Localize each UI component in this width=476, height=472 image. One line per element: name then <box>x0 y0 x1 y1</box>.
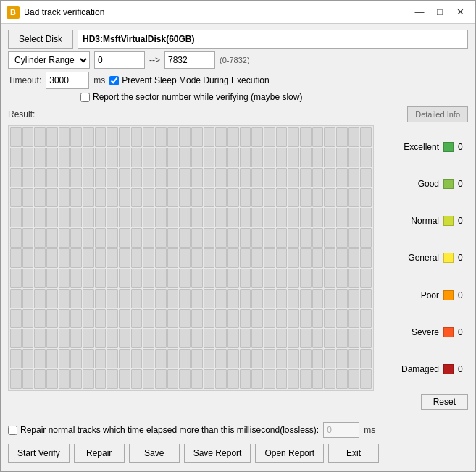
legend-count: 0 <box>458 253 468 263</box>
grid-cell <box>300 148 312 167</box>
grid-cell <box>324 289 335 308</box>
grid-cell <box>288 369 299 389</box>
grid-cell <box>312 309 324 329</box>
legend-name: Severe <box>412 327 439 337</box>
prevent-sleep-checkbox[interactable] <box>109 76 119 85</box>
grid-cell <box>324 329 335 348</box>
grid-cell <box>288 349 299 368</box>
grid-cell <box>276 309 288 329</box>
repair-checkbox-label[interactable]: Repair normal tracks which time elapsed … <box>8 425 319 435</box>
grid-cell <box>240 148 251 167</box>
cylinder-from-input[interactable] <box>94 51 145 69</box>
repair-checkbox[interactable] <box>8 426 17 435</box>
grid-cell <box>240 329 251 348</box>
close-button[interactable]: ✕ <box>451 4 469 20</box>
report-sector-row: Report the sector number while verifying… <box>8 92 468 102</box>
grid-cell <box>59 269 70 288</box>
legend-count: 0 <box>458 179 468 189</box>
grid-cell <box>300 289 312 308</box>
result-label: Result: <box>8 109 35 119</box>
grid-cells-container <box>9 126 373 390</box>
grid-cell <box>204 329 215 348</box>
bottom-btn-save-report[interactable]: Save Report <box>184 444 251 463</box>
cylinder-to-input[interactable] <box>164 51 215 69</box>
result-area: Excellent 0 Good 0 Normal 0 General 0 Po… <box>8 125 468 391</box>
grid-cell <box>227 329 239 348</box>
grid-cell <box>324 248 335 268</box>
grid-cell <box>240 208 251 227</box>
legend-item: Severe 0 <box>381 327 468 337</box>
grid-cell <box>46 289 58 308</box>
legend-name: General <box>408 253 439 263</box>
grid-cell <box>288 329 299 348</box>
grid-cell <box>227 168 239 187</box>
grid-cell <box>300 269 312 288</box>
grid-cell <box>83 228 94 248</box>
detailed-info-button[interactable]: Detailed Info <box>407 106 468 122</box>
bottom-btn-open-report[interactable]: Open Report <box>255 444 324 463</box>
grid-cell <box>227 349 239 368</box>
content-area: Select Disk HD3:MsftVirtualDisk(60GB) Cy… <box>1 24 475 471</box>
grid-cell <box>179 188 191 208</box>
report-sector-checkbox-label[interactable]: Report the sector number while verifying… <box>80 92 302 102</box>
timeout-input[interactable] <box>46 72 89 89</box>
grid-cell <box>191 329 203 348</box>
prevent-sleep-checkbox-label[interactable]: Prevent Sleep Mode During Execution <box>109 75 269 85</box>
grid-cell <box>59 168 70 187</box>
grid-cell <box>10 329 22 348</box>
report-sector-checkbox[interactable] <box>80 93 90 102</box>
grid-cell <box>95 269 107 288</box>
grid-cell <box>95 228 107 248</box>
grid-cell <box>46 168 58 187</box>
timeout-unit: ms <box>93 75 105 85</box>
bottom-btn-exit[interactable]: Exit <box>328 444 379 463</box>
minimize-button[interactable]: — <box>410 4 429 20</box>
grid-cell <box>83 289 94 308</box>
bottom-btn-repair[interactable]: Repair <box>74 444 125 463</box>
grid-cell <box>131 148 143 167</box>
grid-cell <box>22 188 34 208</box>
timeout-label: Timeout: <box>8 75 41 85</box>
grid-cell <box>107 309 118 329</box>
grid-cell <box>251 168 263 187</box>
grid-cell <box>336 168 348 187</box>
legend-count: 0 <box>458 290 468 300</box>
grid-cell <box>10 188 22 208</box>
grid-cell <box>300 228 312 248</box>
grid-cell <box>46 349 58 368</box>
bottom-btn-save[interactable]: Save <box>129 444 180 463</box>
grid-cell <box>179 349 191 368</box>
grid-cell <box>324 228 335 248</box>
grid-cell <box>204 369 215 389</box>
grid-cell <box>22 248 34 268</box>
grid-cell <box>143 329 154 348</box>
grid-cell <box>348 329 360 348</box>
grid-cell <box>324 188 335 208</box>
grid-cell <box>336 127 348 147</box>
grid-cell <box>34 148 46 167</box>
repair-ms-input[interactable] <box>323 422 359 438</box>
grid-cell <box>107 248 118 268</box>
reset-button[interactable]: Reset <box>421 394 468 410</box>
grid-cell <box>336 349 348 368</box>
maximize-button[interactable]: □ <box>430 4 449 20</box>
bottom-btn-start-verify[interactable]: Start Verify <box>8 444 70 463</box>
grid-cell <box>167 329 179 348</box>
grid-cell <box>107 148 118 167</box>
grid-cell <box>119 168 130 187</box>
timeout-row: Timeout: ms Prevent Sleep Mode During Ex… <box>8 72 468 89</box>
grid-cell <box>179 269 191 288</box>
grid-cell <box>46 188 58 208</box>
cylinder-range-dropdown[interactable]: Cylinder Range <box>8 51 90 69</box>
grid-cell <box>204 228 215 248</box>
grid-cell <box>191 168 203 187</box>
grid-cell <box>300 188 312 208</box>
legend-name: Normal <box>411 216 439 226</box>
grid-cell <box>336 208 348 227</box>
grid-cell <box>312 248 324 268</box>
grid-cell <box>336 228 348 248</box>
grid-cell <box>276 349 288 368</box>
select-disk-button[interactable]: Select Disk <box>8 30 73 49</box>
grid-cell <box>167 208 179 227</box>
grid-cell <box>276 289 288 308</box>
